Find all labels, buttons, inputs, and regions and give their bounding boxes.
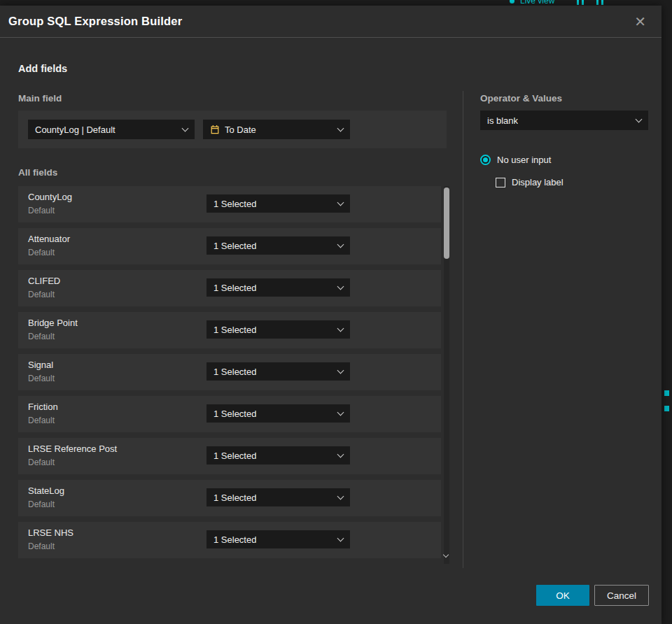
row-selected-value: 1 Selected [214, 409, 256, 419]
calendar-icon [210, 125, 220, 134]
chevron-down-icon [337, 534, 344, 541]
chevron-down-icon [337, 241, 344, 248]
chevron-down-icon [337, 199, 344, 206]
row-selected-value: 1 Selected [214, 534, 256, 545]
backdrop-right-strip [662, 6, 672, 624]
chevron-down-icon [337, 451, 344, 458]
field-row: Friction Default 1 Selected [18, 396, 441, 432]
live-view-label[interactable]: Live view [520, 0, 554, 6]
chevron-down-icon [636, 115, 643, 122]
vertical-divider [463, 91, 463, 568]
checkbox-unchecked-icon[interactable] [496, 178, 505, 187]
row-selected-dropdown[interactable]: 1 Selected [206, 404, 350, 423]
radio-selected-icon[interactable] [480, 155, 491, 165]
field-row: CLIFED Default 1 Selected [18, 270, 441, 306]
add-fields-heading: Add fields [18, 63, 67, 74]
row-selected-dropdown[interactable]: 1 Selected [206, 530, 350, 548]
row-selected-value: 1 Selected [214, 325, 256, 335]
row-selected-value: 1 Selected [214, 367, 256, 377]
chevron-down-icon [337, 283, 344, 290]
row-selected-dropdown[interactable]: 1 Selected [206, 362, 350, 381]
main-field-dropdown[interactable]: CountyLog | Default [28, 120, 195, 139]
field-row: CountyLog Default 1 Selected [18, 186, 441, 222]
row-selected-value: 1 Selected [214, 451, 256, 461]
live-view-dot-icon [510, 0, 514, 3]
close-icon[interactable]: ✕ [630, 13, 650, 30]
row-selected-dropdown[interactable]: 1 Selected [206, 194, 350, 213]
row-selected-dropdown[interactable]: 1 Selected [206, 446, 350, 465]
display-label-checkbox-row[interactable]: Display label [496, 177, 564, 187]
toolbar-icon-fragment [577, 0, 603, 5]
main-field-value: CountyLog | Default [35, 125, 115, 135]
scrollbar-down-arrow-icon[interactable] [443, 552, 449, 558]
backdrop-fragment-icon [664, 390, 669, 396]
row-selected-value: 1 Selected [214, 241, 256, 251]
field-row: StateLog Default 1 Selected [18, 480, 441, 516]
cancel-button[interactable]: Cancel [594, 585, 649, 606]
operator-values-label: Operator & Values [480, 93, 562, 104]
field-row: Signal Default 1 Selected [18, 354, 441, 390]
chevron-down-icon [337, 409, 344, 416]
row-selected-dropdown[interactable]: 1 Selected [206, 236, 350, 255]
field-row: LRSE Reference Post Default 1 Selected [18, 438, 441, 474]
backdrop-fragment-icon [664, 406, 669, 411]
no-user-input-radio[interactable]: No user input [480, 155, 551, 165]
no-user-input-label: No user input [497, 155, 551, 165]
list-scrollbar[interactable] [444, 186, 449, 564]
dialog-title: Group SQL Expression Builder [8, 15, 182, 28]
date-field-dropdown[interactable]: To Date [203, 120, 350, 139]
date-field-value: To Date [225, 125, 256, 135]
operator-value: is blank [487, 115, 518, 126]
row-selected-dropdown[interactable]: 1 Selected [206, 488, 350, 506]
chevron-down-icon [337, 125, 344, 132]
row-selected-value: 1 Selected [214, 492, 256, 503]
chevron-down-icon [337, 325, 344, 332]
ok-button[interactable]: OK [536, 585, 589, 606]
field-row: Bridge Point Default 1 Selected [18, 312, 441, 348]
field-row: LRSE NHS Default 1 Selected [18, 522, 441, 558]
row-selected-dropdown[interactable]: 1 Selected [206, 278, 350, 297]
chevron-down-icon [182, 125, 189, 132]
operator-dropdown[interactable]: is blank [480, 111, 648, 130]
chevron-down-icon [337, 492, 344, 499]
all-fields-label: All fields [18, 167, 57, 178]
scrollbar-thumb[interactable] [444, 187, 449, 259]
chevron-down-icon [337, 367, 344, 374]
display-label-text: Display label [512, 177, 564, 187]
row-selected-dropdown[interactable]: 1 Selected [206, 320, 350, 339]
dialog-header: Group SQL Expression Builder ✕ [0, 6, 662, 38]
main-field-label: Main field [18, 93, 62, 104]
field-row: Attenuator Default 1 Selected [18, 228, 441, 264]
row-selected-value: 1 Selected [214, 283, 256, 293]
row-selected-value: 1 Selected [214, 199, 256, 209]
group-sql-expression-builder-dialog: Group SQL Expression Builder ✕ Add field… [0, 6, 662, 624]
main-field-panel: CountyLog | Default To Date [18, 111, 447, 148]
backdrop-top-strip: Live view [0, 0, 672, 6]
all-fields-list: CountyLog Default 1 Selected Attenuator … [18, 186, 441, 564]
